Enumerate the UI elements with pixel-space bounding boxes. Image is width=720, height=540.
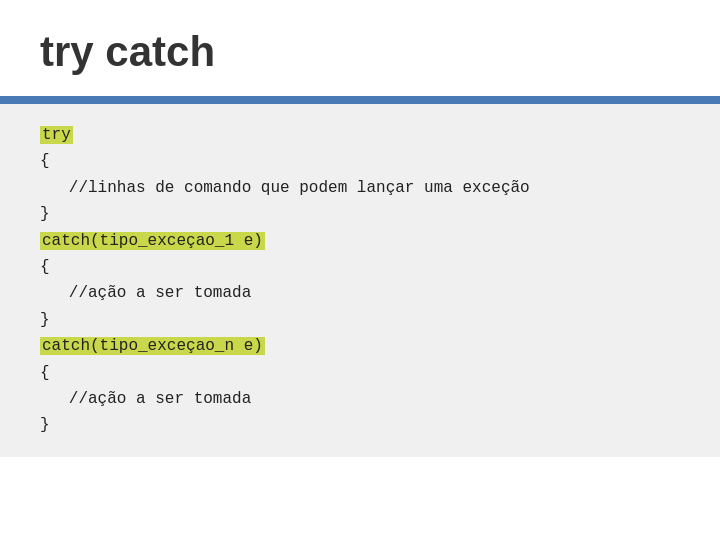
code-line: catch(tipo_exceçao_1 e)	[40, 228, 680, 254]
highlighted-keyword: try	[40, 126, 73, 144]
code-line: {	[40, 360, 680, 386]
highlighted-keyword: catch(tipo_exceçao_1 e)	[40, 232, 265, 250]
code-line: }	[40, 412, 680, 438]
blue-divider	[0, 96, 720, 104]
code-line: //linhas de comando que podem lançar uma…	[40, 175, 680, 201]
page-title: try catch	[0, 0, 720, 96]
code-line: }	[40, 201, 680, 227]
code-line: {	[40, 148, 680, 174]
code-line: catch(tipo_exceçao_n e)	[40, 333, 680, 359]
code-line: {	[40, 254, 680, 280]
code-line: //ação a ser tomada	[40, 386, 680, 412]
code-line: //ação a ser tomada	[40, 280, 680, 306]
code-line: }	[40, 307, 680, 333]
code-line: try	[40, 122, 680, 148]
code-block: try{ //linhas de comando que podem lança…	[0, 104, 720, 457]
highlighted-keyword: catch(tipo_exceçao_n e)	[40, 337, 265, 355]
